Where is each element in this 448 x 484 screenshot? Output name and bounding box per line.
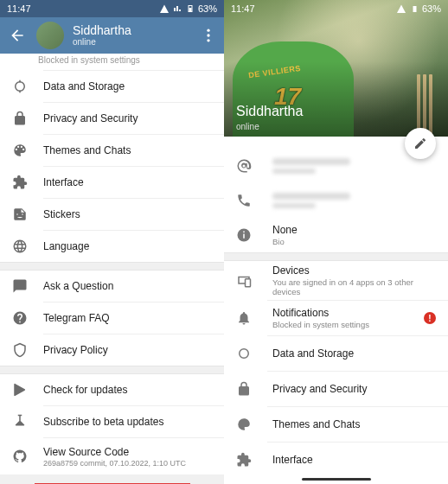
- edit-fab[interactable]: [405, 128, 436, 159]
- item-data-storage[interactable]: Data and Storage: [224, 336, 448, 371]
- lock-icon: [12, 111, 28, 126]
- section-divider: [224, 252, 448, 261]
- item-privacy[interactable]: Privacy and Security: [0, 103, 224, 134]
- item-notifications[interactable]: Notifications Blocked in system settings…: [224, 301, 448, 335]
- item-data-storage[interactable]: Data and Storage: [0, 71, 224, 102]
- profile-name: Siddhartha: [236, 104, 303, 119]
- extension-icon: [236, 452, 252, 468]
- header-subtitle: online: [73, 37, 131, 47]
- phone-row[interactable]: [224, 183, 448, 218]
- footer: Telegram X 0.25.1.1560-arm64-v8a: [0, 474, 224, 484]
- section-divider: [0, 366, 224, 374]
- settings-list: Data and Storage Privacy and Security Th…: [0, 71, 224, 262]
- item-themes[interactable]: Themes and Chats: [0, 135, 224, 166]
- item-label: Privacy and Security: [272, 383, 367, 395]
- devices-icon: [236, 273, 252, 289]
- item-label: Language: [43, 240, 89, 252]
- item-sub: 269a8759 commit, 07.10.2022, 1:10 UTC: [43, 459, 186, 468]
- item-label: Ask a Question: [43, 280, 113, 292]
- pencil-icon: [413, 137, 427, 150]
- item-privacy-policy[interactable]: Privacy Policy: [0, 334, 224, 366]
- item-label: Devices: [272, 264, 436, 277]
- profile-status: online: [236, 122, 259, 131]
- beta-icon: [12, 414, 28, 430]
- item-interface[interactable]: Interface: [0, 167, 224, 198]
- extension-icon: [12, 175, 28, 190]
- svg-rect-0: [189, 8, 191, 11]
- item-privacy[interactable]: Privacy and Security: [224, 372, 448, 406]
- svg-rect-7: [243, 232, 245, 233]
- item-label: Data and Storage: [272, 347, 354, 360]
- status-bar: 11:47 63%: [224, 0, 448, 17]
- item-devices[interactable]: Devices You are signed in on 4 apps on 3…: [224, 261, 448, 300]
- palette-icon: [12, 143, 28, 158]
- item-beta[interactable]: Subscribe to beta updates: [0, 406, 224, 437]
- chat-icon: [12, 278, 28, 294]
- blocked-note: Blocked in system settings: [0, 54, 224, 70]
- item-label: Stickers: [43, 208, 80, 220]
- blurred-sub: [272, 169, 316, 174]
- blurred-phone: [272, 193, 350, 200]
- shield-icon: [12, 342, 28, 358]
- header-title: Siddhartha: [73, 24, 131, 37]
- globe-icon: [12, 239, 28, 254]
- svg-rect-4: [413, 6, 416, 12]
- item-label: Themes and Chats: [43, 144, 131, 156]
- item-label: Subscribe to beta updates: [43, 416, 163, 428]
- item-language[interactable]: Language: [0, 231, 224, 262]
- svg-point-2: [207, 34, 209, 36]
- info-icon: [236, 227, 252, 243]
- bio-label: Bio: [272, 237, 298, 246]
- bio-value: None: [272, 224, 298, 236]
- github-icon: [12, 449, 28, 464]
- svg-rect-6: [243, 234, 245, 239]
- more-icon[interactable]: [200, 27, 217, 44]
- sticker-icon: [12, 207, 28, 222]
- item-label: Notifications: [272, 307, 369, 319]
- palette-icon: [236, 417, 252, 432]
- item-interface[interactable]: Interface: [224, 443, 448, 477]
- help-icon: [12, 310, 28, 326]
- item-sub: You are signed in on 4 apps on 3 other d…: [272, 277, 436, 296]
- item-faq[interactable]: Telegram FAQ: [0, 302, 224, 334]
- profile-hero: DE VILLIERS 17 11:47 63% Siddhartha onli…: [224, 0, 448, 137]
- back-icon[interactable]: [9, 27, 26, 44]
- item-ask-question[interactable]: Ask a Question: [0, 271, 224, 302]
- item-label: Interface: [43, 176, 84, 188]
- item-themes[interactable]: Themes and Chats: [224, 407, 448, 442]
- item-stickers[interactable]: Stickers: [0, 199, 224, 230]
- item-label: Interface: [272, 454, 313, 466]
- item-sub: Blocked in system settings: [272, 320, 369, 329]
- status-battery: 63%: [198, 3, 217, 14]
- data-icon: [236, 346, 252, 361]
- profile-screen: DE VILLIERS 17 11:47 63% Siddhartha onli…: [224, 0, 448, 484]
- svg-point-3: [207, 39, 209, 41]
- item-label: View Source Code: [43, 446, 186, 458]
- help-list: Ask a Question Telegram FAQ Privacy Poli…: [0, 271, 224, 366]
- svg-point-1: [207, 29, 209, 32]
- data-icon: [12, 79, 28, 94]
- status-bar: 11:47 63%: [0, 0, 224, 17]
- bio-row[interactable]: None Bio: [224, 218, 448, 252]
- play-icon: [12, 382, 28, 398]
- item-label: Privacy Policy: [43, 344, 108, 356]
- profile-settings: Devices You are signed in on 4 apps on 3…: [224, 261, 448, 477]
- item-col: View Source Code 269a8759 commit, 07.10.…: [43, 446, 186, 468]
- item-label: Data and Storage: [43, 80, 125, 92]
- header: Siddhartha online: [0, 17, 224, 54]
- header-text: Siddhartha online: [73, 24, 131, 47]
- item-label: Themes and Chats: [272, 418, 360, 430]
- status-icons: 63%: [396, 3, 441, 14]
- home-indicator: [302, 478, 371, 481]
- blurred-sub: [272, 203, 316, 208]
- status-battery: 63%: [422, 3, 441, 14]
- alert-badge: !: [424, 312, 436, 324]
- settings-screen: 11:47 63% Siddhartha online Blocked in s…: [0, 0, 224, 484]
- item-source-code[interactable]: View Source Code 269a8759 commit, 07.10.…: [0, 438, 224, 474]
- at-icon: [236, 158, 252, 174]
- item-check-updates[interactable]: Check for updates: [0, 374, 224, 405]
- bell-icon: [236, 310, 252, 326]
- svg-rect-8: [246, 278, 251, 286]
- avatar[interactable]: [36, 22, 64, 49]
- section-divider: [0, 262, 224, 271]
